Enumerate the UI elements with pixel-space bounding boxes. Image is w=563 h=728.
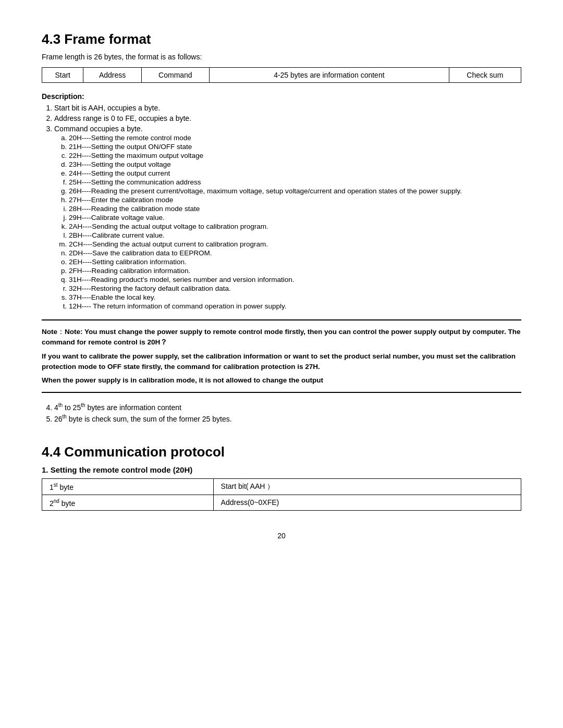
sup-4th: th — [58, 402, 63, 408]
sub-item-s: 37H----Enable the local key. — [69, 293, 521, 301]
subsection-1-title: 1. Setting the remote control mode (20H) — [42, 465, 521, 474]
section-43-title: 4.3 Frame format — [42, 31, 521, 47]
main-list: Start bit is AAH, occupies a byte. Addre… — [54, 104, 521, 310]
section-44-title: 4.4 Communication protocol — [42, 444, 521, 460]
table-header-start: Start — [42, 68, 83, 83]
sub-item-k: 2AH----Sending the actual output voltage… — [69, 223, 521, 230]
description-label: Description: — [42, 92, 521, 101]
list-item-2: Address range is 0 to FE, occupies a byt… — [54, 114, 521, 122]
subsection-1-code: (20H) — [173, 465, 193, 474]
note-strong-3: If you want to calibrate the power suppl… — [42, 352, 516, 371]
protocol-table-1: 1st byte Start bit( AAH ） 2nd byte Addre… — [42, 478, 521, 511]
item5-text: 26th byte is check sum, the sum of the f… — [54, 415, 232, 423]
note-strong-2: Note: You must change the power supply t… — [42, 328, 521, 346]
sup-st: st — [54, 482, 58, 488]
note-paragraph-3: When the power supply is in calibration … — [42, 375, 521, 386]
table-header-info: 4-25 bytes are information content — [210, 68, 449, 83]
sub-item-t: 12H---- The return information of comman… — [69, 302, 521, 310]
table-header-checksum: Check sum — [449, 68, 521, 83]
protocol-cell-2-1: 2nd byte — [42, 495, 214, 511]
sub-item-h: 27H----Enter the calibration mode — [69, 196, 521, 204]
sup-26th: th — [63, 414, 67, 419]
sub-item-m: 2CH----Sending the actual output current… — [69, 240, 521, 248]
note-paragraph-1: Note：Note: You must change the power sup… — [42, 327, 521, 348]
table-header-command: Command — [141, 68, 209, 83]
list-item-3: Command occupies a byte. 20H----Setting … — [54, 125, 521, 310]
page-number: 20 — [42, 532, 521, 540]
sub-item-l: 2BH----Calibrate current value. — [69, 231, 521, 239]
sub-item-n: 2DH----Save the calibration data to EEPR… — [69, 249, 521, 257]
note-strong-4: When the power supply is in calibration … — [42, 376, 323, 384]
protocol-cell-2-2: Address(0~0XFE) — [213, 495, 521, 511]
sub-item-f: 25H----Setting the communication address — [69, 178, 521, 186]
sub-item-c: 22H----Setting the maximum output voltag… — [69, 152, 521, 159]
protocol-cell-1-1: 1st byte — [42, 478, 214, 495]
sub-item-e: 24H----Setting the output current — [69, 169, 521, 177]
list-item-5: 26th byte is check sum, the sum of the f… — [54, 414, 521, 423]
protocol-row-2: 2nd byte Address(0~0XFE) — [42, 495, 521, 511]
sub-item-p: 2FH----Reading calibration information. — [69, 267, 521, 275]
section-43-subtitle: Frame length is 26 bytes, the format is … — [42, 53, 521, 61]
items-4-5-list: 4th to 25th bytes are information conten… — [54, 402, 521, 423]
sub-item-o: 2EH----Setting calibration information. — [69, 258, 521, 266]
sub-command-list: 20H----Setting the remote control mode 2… — [69, 134, 521, 310]
protocol-row-1: 1st byte Start bit( AAH ） — [42, 478, 521, 495]
sub-item-g: 26H----Reading the present current/volta… — [69, 187, 521, 195]
note-strong-1: Note — [42, 328, 57, 336]
sup-25th: th — [81, 402, 85, 408]
sub-item-r: 32H----Restoring the factory default cal… — [69, 285, 521, 292]
list-item-4: 4th to 25th bytes are information conten… — [54, 402, 521, 412]
sub-item-i: 28H----Reading the calibration mode stat… — [69, 205, 521, 213]
table-header-address: Address — [83, 68, 141, 83]
sup-nd: nd — [54, 498, 59, 504]
protocol-cell-1-2: Start bit( AAH ） — [213, 478, 521, 495]
frame-format-table: Start Address Command 4-25 bytes are inf… — [42, 67, 521, 83]
sub-item-j: 29H----Calibrate voltage value. — [69, 214, 521, 221]
sub-item-q: 31H----Reading product's model, series n… — [69, 276, 521, 283]
sub-item-d: 23H----Setting the output voltage — [69, 161, 521, 168]
item4-text: 4th to 25th bytes are information conten… — [54, 403, 181, 412]
sub-item-b: 21H----Setting the output ON/OFF state — [69, 143, 521, 151]
list-item-1: Start bit is AAH, occupies a byte. — [54, 104, 521, 112]
subsection-1-label: 1. Setting the remote control mode — [42, 465, 171, 474]
note-paragraph-2: If you want to calibrate the power suppl… — [42, 351, 521, 373]
note-box: Note：Note: You must change the power sup… — [42, 319, 521, 393]
sub-item-a: 20H----Setting the remote control mode — [69, 134, 521, 142]
